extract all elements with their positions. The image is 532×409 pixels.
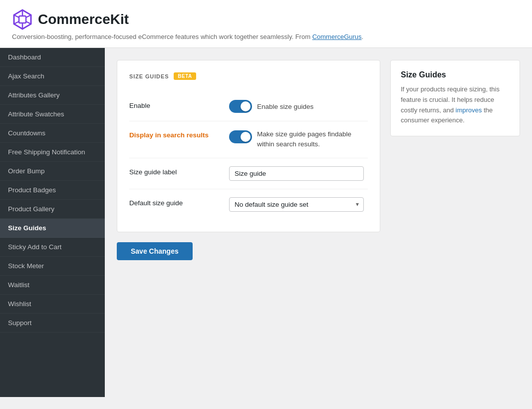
sidebar-item-product-gallery[interactable]: Product Gallery — [0, 200, 105, 219]
size-guide-label-control — [229, 166, 368, 181]
card-header: SIZE GUIDES BETA — [129, 72, 368, 80]
sidebar-item-sticky-add-to-cart[interactable]: Sticky Add to Cart — [0, 238, 105, 257]
sidebar-item-support[interactable]: Support — [0, 314, 105, 333]
sidebar-item-countdowns[interactable]: Countdowns — [0, 124, 105, 143]
size-guide-label-row: Size guide label — [129, 158, 368, 189]
default-size-guide-row: Default size guide No default size guide… — [129, 189, 368, 220]
sidebar-item-free-shipping-notification[interactable]: Free Shipping Notification — [0, 143, 105, 162]
main-layout: Dashboard Ajax Search Attributes Gallery… — [0, 48, 532, 397]
size-guide-label-label: Size guide label — [129, 166, 229, 176]
default-size-guide-control: No default size guide set ▾ — [229, 197, 368, 212]
enable-toggle-slider — [229, 100, 252, 113]
enable-control: Enable size guides — [229, 100, 368, 113]
brand-logo-icon — [12, 9, 33, 30]
brand-name: CommerceKit — [38, 11, 129, 27]
sidebar-item-attributes-gallery[interactable]: Attributes Gallery — [0, 86, 105, 105]
display-search-description: Make size guide pages findable within se… — [257, 129, 368, 150]
info-panel: Size Guides If your products require siz… — [390, 60, 520, 136]
enable-row: Enable Enable size guides — [129, 92, 368, 121]
sidebar-item-attribute-swatches[interactable]: Attribute Swatches — [0, 105, 105, 124]
enable-toggle-description: Enable size guides — [257, 103, 313, 110]
settings-card: SIZE GUIDES BETA Enable Enable size guid… — [117, 60, 380, 232]
brand-area: CommerceKit — [12, 9, 520, 30]
svg-rect-1 — [19, 16, 26, 23]
display-search-label: Display in search results — [129, 129, 229, 139]
display-search-row: Display in search results Make size guid… — [129, 121, 368, 158]
beta-badge: BETA — [174, 72, 196, 80]
sidebar-item-wishlist[interactable]: Wishlist — [0, 295, 105, 314]
size-guide-label-input[interactable] — [229, 166, 364, 181]
sidebar: Dashboard Ajax Search Attributes Gallery… — [0, 48, 105, 397]
enable-toggle-wrapper: Enable size guides — [229, 100, 313, 113]
default-size-guide-label: Default size guide — [129, 197, 229, 207]
info-card: Size Guides If your products require siz… — [390, 60, 520, 136]
commercegurus-link[interactable]: CommerceGurus — [312, 33, 362, 40]
display-search-toggle-wrapper: Make size guide pages findable within se… — [229, 129, 368, 150]
save-button[interactable]: Save Changes — [117, 242, 193, 260]
display-search-control: Make size guide pages findable within se… — [229, 129, 368, 150]
sidebar-item-ajax-search[interactable]: Ajax Search — [0, 67, 105, 86]
enable-toggle[interactable] — [229, 100, 252, 113]
sidebar-item-stock-meter[interactable]: Stock Meter — [0, 257, 105, 276]
enable-label: Enable — [129, 100, 229, 109]
sidebar-item-size-guides[interactable]: Size Guides — [0, 219, 105, 238]
main-panel: SIZE GUIDES BETA Enable Enable size guid… — [117, 60, 380, 260]
sidebar-item-product-badges[interactable]: Product Badges — [0, 181, 105, 200]
sidebar-item-order-bump[interactable]: Order Bump — [0, 162, 105, 181]
section-title: SIZE GUIDES — [129, 73, 169, 79]
info-card-title: Size Guides — [401, 70, 510, 79]
info-card-text: If your products require sizing, this fe… — [401, 84, 510, 126]
default-size-guide-select-wrapper: No default size guide set ▾ — [229, 197, 364, 212]
header-tagline: Conversion-boosting, performance-focused… — [12, 33, 520, 40]
display-search-toggle[interactable] — [229, 130, 252, 143]
sidebar-item-dashboard[interactable]: Dashboard — [0, 48, 105, 67]
content-area: SIZE GUIDES BETA Enable Enable size guid… — [105, 48, 532, 397]
display-search-toggle-slider — [229, 130, 252, 143]
default-size-guide-select[interactable]: No default size guide set — [229, 197, 364, 212]
sidebar-item-waitlist[interactable]: Waitlist — [0, 276, 105, 295]
page-header: CommerceKit Conversion-boosting, perform… — [0, 0, 532, 48]
